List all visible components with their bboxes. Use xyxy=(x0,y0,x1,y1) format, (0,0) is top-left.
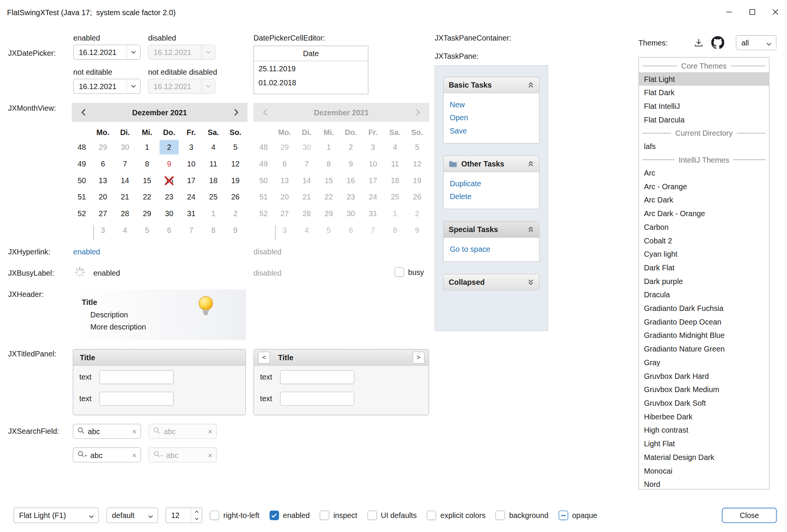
datepicker-value[interactable]: 16.12.2021 xyxy=(74,82,126,90)
calendar-day-cell[interactable]: 21 xyxy=(114,188,136,205)
clear-icon[interactable]: × xyxy=(132,428,137,435)
close-button[interactable]: Close xyxy=(722,508,777,523)
text-input[interactable] xyxy=(280,370,354,384)
github-icon[interactable] xyxy=(710,35,726,50)
calendar-day-cell[interactable]: 6 xyxy=(158,222,180,239)
calendar-day-cell[interactable]: 17 xyxy=(180,172,202,189)
calendar-day-cell[interactable]: 30 xyxy=(114,139,136,155)
searchfield-value[interactable]: abc xyxy=(88,427,129,435)
font-combobox-value[interactable]: default xyxy=(112,511,144,519)
chevron-down-icon[interactable] xyxy=(767,38,771,47)
spinner-value[interactable]: 12 xyxy=(166,508,191,523)
theme-list-item[interactable]: Arc Dark xyxy=(639,193,769,207)
datepicker-enabled[interactable]: 16.12.2021 xyxy=(73,45,140,60)
expand-icon[interactable] xyxy=(527,279,534,285)
checkbox-enabled[interactable]: enabled xyxy=(269,511,310,520)
spinner-down-button[interactable] xyxy=(191,515,202,523)
taskpane-header[interactable]: Other Tasks xyxy=(443,155,540,172)
calendar-day-cell[interactable]: 11 xyxy=(202,155,224,172)
date-table-row[interactable]: 25.11.2019 xyxy=(254,61,368,75)
task-link[interactable]: Duplicate xyxy=(450,179,533,187)
theme-list-item[interactable]: Gradianto Midnight Blue xyxy=(639,328,769,342)
checkbox-box[interactable] xyxy=(395,267,404,277)
calendar-day-cell[interactable]: 1 xyxy=(136,139,158,155)
task-link[interactable]: Save xyxy=(450,126,533,135)
calendar-day-cell[interactable]: 8 xyxy=(136,155,158,172)
searchfield-with-menu[interactable]: abc × xyxy=(73,447,141,463)
theme-list-item[interactable]: Arc - Orange xyxy=(639,180,769,193)
calendar-day-cell[interactable]: 31 xyxy=(180,205,202,222)
theme-list-item[interactable]: lafs xyxy=(639,140,769,153)
chevron-down-icon[interactable] xyxy=(126,45,140,59)
checkbox-box[interactable] xyxy=(559,511,568,520)
calendar-day-cell[interactable]: 27 xyxy=(92,205,114,222)
theme-list-item[interactable]: Cyan light xyxy=(639,247,769,261)
taskpane-header[interactable]: Basic Tasks xyxy=(443,77,540,93)
checkbox-busy[interactable]: busy xyxy=(395,267,424,277)
calendar-day-cell[interactable]: 5 xyxy=(224,139,246,155)
theme-list-item[interactable]: Flat Dark xyxy=(639,86,769,99)
calendar-day-cell[interactable]: 16 xyxy=(158,172,180,189)
theme-list-item[interactable]: Monocai xyxy=(639,464,769,477)
checkbox-explicit-colors[interactable]: explicit colors xyxy=(427,511,486,520)
calendar-day-cell[interactable]: 29 xyxy=(92,139,114,155)
theme-list-item[interactable]: Gruvbox Dark Hard xyxy=(639,369,769,383)
checkbox-box[interactable] xyxy=(496,511,505,520)
text-input[interactable] xyxy=(99,392,174,406)
calendar-day-cell[interactable]: 25 xyxy=(202,188,224,205)
theme-list-item[interactable]: Material Design Dark xyxy=(639,450,769,464)
download-icon[interactable] xyxy=(692,36,705,49)
clear-icon[interactable]: × xyxy=(132,451,137,459)
theme-list[interactable]: Core ThemesFlat LightFlat DarkFlat Intel… xyxy=(638,57,769,490)
collapse-icon[interactable] xyxy=(527,82,534,88)
titledpanel-left-button[interactable]: < xyxy=(258,352,270,364)
calendar-day-cell[interactable]: 12 xyxy=(224,155,246,172)
calendar-day-cell[interactable]: 7 xyxy=(114,155,136,172)
task-link[interactable]: Delete xyxy=(450,192,533,201)
calendar-day-cell[interactable]: 22 xyxy=(136,188,158,205)
checkbox-box[interactable] xyxy=(367,511,377,520)
calendar-day-cell[interactable]: 6 xyxy=(92,155,114,172)
font-size-spinner[interactable]: 12 xyxy=(165,508,202,523)
theme-list-item[interactable]: Carbon xyxy=(639,220,769,234)
next-month-button[interactable] xyxy=(227,103,246,122)
calendar-day-cell[interactable]: 9 xyxy=(224,222,246,239)
theme-list-item[interactable]: Arc Dark - Orange xyxy=(639,207,769,220)
taskpane-header[interactable]: Collapsed xyxy=(443,274,540,290)
checkbox-box[interactable] xyxy=(320,511,329,520)
checkbox-box[interactable] xyxy=(210,511,219,520)
calendar-day-cell[interactable]: 18 xyxy=(202,172,224,189)
calendar-day-cell[interactable]: 7 xyxy=(180,222,202,239)
calendar-day-cell[interactable]: 13 xyxy=(92,172,114,189)
taskpane-header[interactable]: Special Tasks xyxy=(443,221,540,238)
spinner-up-button[interactable] xyxy=(191,508,202,515)
datepicker-not-editable[interactable]: 16.12.2021 xyxy=(73,79,140,94)
calendar-day-cell[interactable]: 8 xyxy=(202,222,224,239)
maximize-button[interactable] xyxy=(741,0,764,24)
calendar-day-cell[interactable]: 26 xyxy=(224,188,246,205)
theme-list-item[interactable]: Gruvbox Dark Medium xyxy=(639,383,769,396)
titlebar[interactable]: FlatSwingXTest (Java 17; system scale fa… xyxy=(0,0,787,24)
datepicker-value[interactable]: 16.12.2021 xyxy=(74,48,126,56)
calendar-day-cell[interactable]: 1 xyxy=(202,205,224,222)
chevron-down-icon[interactable] xyxy=(126,79,140,93)
laf-combobox[interactable]: Flat Light (F1) xyxy=(14,508,99,523)
theme-list-item[interactable]: Gradianto Deep Ocean xyxy=(639,315,769,329)
close-window-button[interactable] xyxy=(764,0,787,24)
theme-list-item[interactable]: Dark Flat xyxy=(639,261,769,275)
theme-list-item[interactable]: Nord xyxy=(639,477,769,490)
laf-combobox-value[interactable]: Flat Light (F1) xyxy=(19,511,85,519)
theme-list-item[interactable]: Light Flat xyxy=(639,437,769,450)
calendar-day-cell[interactable]: 23 xyxy=(158,188,180,205)
theme-list-item[interactable]: Gradianto Dark Fuchsia xyxy=(639,301,769,315)
calendar-day-cell[interactable]: 15 xyxy=(136,172,158,189)
theme-list-item[interactable]: Gray xyxy=(639,356,769,369)
theme-list-item[interactable]: Flat Light xyxy=(639,72,769,86)
theme-list-item[interactable]: High contrast xyxy=(639,423,769,437)
minimize-button[interactable] xyxy=(718,0,741,24)
font-combobox[interactable]: default xyxy=(106,508,158,523)
chevron-down-icon[interactable] xyxy=(89,511,94,519)
checkbox-box[interactable] xyxy=(427,511,436,520)
text-input[interactable] xyxy=(99,370,174,384)
calendar-day-cell[interactable]: 4 xyxy=(114,222,136,239)
